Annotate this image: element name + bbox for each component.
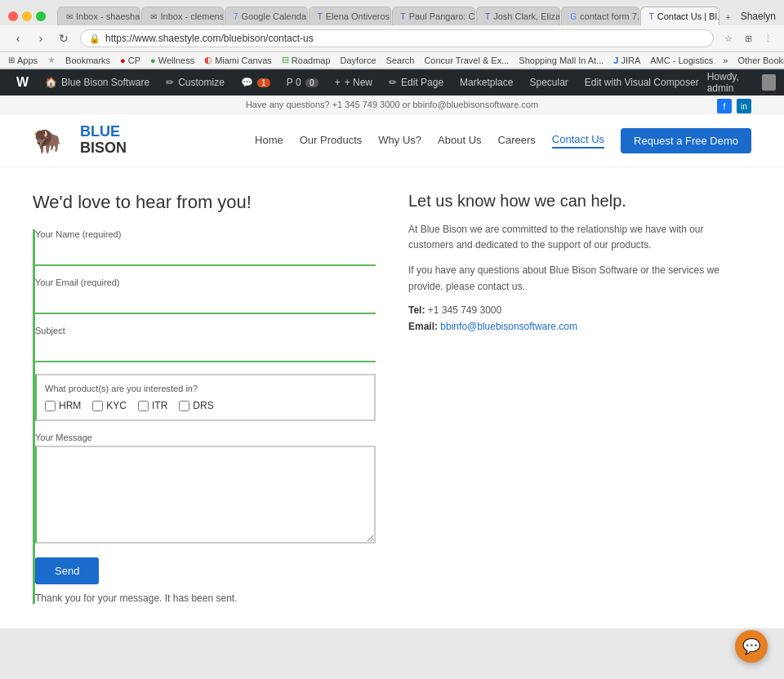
bookmark-star-icon[interactable]: ☆ bbox=[720, 30, 737, 47]
nav-products[interactable]: Our Products bbox=[300, 134, 363, 148]
wp-site-name[interactable]: 🏠 Blue Bison Software bbox=[37, 69, 158, 95]
refresh-button[interactable]: ↻ bbox=[54, 29, 74, 48]
wp-admin-left: W 🏠 Blue Bison Software ✏ Customize 💬 1 … bbox=[8, 69, 707, 95]
nav-about[interactable]: About Us bbox=[438, 134, 481, 148]
browser-tab-6[interactable]: TJosh Clark, Eliza...✕ bbox=[476, 7, 560, 25]
new-icon: + bbox=[335, 77, 341, 88]
tab-favicon-8: T bbox=[649, 11, 654, 22]
logo-svg: 🦬 bbox=[33, 124, 74, 157]
nav-contact[interactable]: Contact Us bbox=[552, 133, 604, 149]
browser-tab-2[interactable]: ✉Inbox - clemens...✕ bbox=[141, 7, 223, 25]
send-button[interactable]: Send bbox=[35, 557, 99, 584]
back-button[interactable]: ‹ bbox=[8, 29, 28, 48]
itr-checkbox[interactable] bbox=[138, 401, 149, 411]
wp-admin-right: Howdy, admin bbox=[707, 71, 776, 94]
form-wrapper: Your Name (required) Your Email (require… bbox=[33, 229, 376, 604]
subject-input[interactable] bbox=[35, 339, 376, 362]
bookmark-jira[interactable]: J JIRA bbox=[613, 55, 640, 65]
name-label: Your Name (required) bbox=[35, 229, 376, 239]
wordpress-logo-icon: W bbox=[16, 75, 29, 90]
bookmark-more[interactable]: » bbox=[723, 55, 728, 65]
bookmark-roadmap[interactable]: ⊟ Roadmap bbox=[282, 55, 331, 65]
chat-widget-button[interactable]: 💬 bbox=[735, 630, 768, 663]
minimize-window-button[interactable] bbox=[22, 11, 32, 21]
bookmark-miami-canvas[interactable]: ◐ Miami Canvas bbox=[204, 55, 272, 65]
drs-checkbox[interactable] bbox=[179, 401, 189, 411]
product-hrm[interactable]: HRM bbox=[45, 400, 81, 411]
forward-button[interactable]: › bbox=[31, 29, 51, 48]
wp-comments[interactable]: 💬 1 bbox=[233, 69, 278, 95]
browser-chrome: ✉Inbox - shaeshai...✕ ✉Inbox - clemens..… bbox=[0, 0, 784, 69]
bookmark-concur[interactable]: Concur Travel & Ex... bbox=[424, 55, 509, 65]
product-drs[interactable]: DRS bbox=[179, 400, 213, 411]
linkedin-icon[interactable]: in bbox=[737, 99, 751, 113]
facebook-icon[interactable]: f bbox=[717, 99, 732, 113]
logo-icon: 🦬 bbox=[33, 124, 74, 157]
bookmark-search[interactable]: Search bbox=[386, 55, 415, 65]
wp-logo-button[interactable]: W bbox=[8, 69, 37, 95]
maximize-window-button[interactable] bbox=[36, 11, 46, 21]
new-tab-button[interactable]: + bbox=[720, 9, 735, 25]
url-bar[interactable]: 🔒 https://www.shaestyle.com/bluebison/co… bbox=[80, 29, 714, 47]
subject-field-group: Subject bbox=[35, 326, 376, 362]
bookmark-other[interactable]: Other Bookmarks bbox=[737, 55, 784, 65]
wp-customize[interactable]: ✏ Customize bbox=[158, 69, 233, 95]
email-input[interactable] bbox=[35, 291, 376, 314]
browser-tabs: ✉Inbox - shaeshai...✕ ✉Inbox - clemens..… bbox=[57, 7, 736, 25]
hrm-checkbox[interactable] bbox=[45, 401, 56, 411]
wp-marketplace[interactable]: Marketplace bbox=[452, 69, 521, 95]
product-itr[interactable]: ITR bbox=[138, 400, 167, 411]
close-window-button[interactable] bbox=[8, 11, 18, 21]
browser-tab-4[interactable]: TElena Ontiveros...✕ bbox=[309, 7, 391, 25]
bookmark-wellness[interactable]: ● Wellness bbox=[150, 55, 194, 65]
message-label: Your Message bbox=[35, 433, 376, 442]
comments-count-badge: 1 bbox=[257, 78, 270, 87]
kyc-checkbox[interactable] bbox=[92, 401, 103, 411]
bookmark-cp[interactable]: ● CP bbox=[120, 55, 140, 65]
browser-tab-7[interactable]: Gcontact form 7...✕ bbox=[561, 7, 639, 25]
logo-line1: BLUE bbox=[80, 124, 127, 140]
wp-visual-composer[interactable]: Edit with Visual Composer bbox=[577, 69, 707, 95]
admin-avatar[interactable] bbox=[762, 74, 776, 91]
info-paragraph-1: At Blue Bison we are committed to the re… bbox=[408, 222, 751, 253]
extensions-icon[interactable]: ⊞ bbox=[740, 30, 756, 47]
browser-actions: ☆ ⊞ ⋮ bbox=[720, 30, 776, 47]
tel-value: +1 345 749 3000 bbox=[428, 304, 501, 316]
wp-specular[interactable]: Specular bbox=[521, 69, 576, 95]
message-textarea[interactable] bbox=[35, 446, 376, 544]
nav-careers[interactable]: Careers bbox=[498, 134, 536, 148]
name-input[interactable] bbox=[35, 242, 376, 266]
product-checkboxes: HRM KYC ITR DRS bbox=[45, 400, 366, 411]
traffic-lights bbox=[8, 11, 46, 21]
browser-user-name: Shaelyn bbox=[741, 11, 776, 22]
wp-posts[interactable]: P 0 0 bbox=[278, 69, 327, 95]
browser-tab-5[interactable]: TPaul Pangaro: C...✕ bbox=[392, 7, 475, 25]
email-field-group: Your Email (required) bbox=[35, 277, 376, 314]
nav-home[interactable]: Home bbox=[255, 134, 283, 148]
wp-new[interactable]: + + New bbox=[327, 69, 381, 95]
wp-edit-page[interactable]: ✏ Edit Page bbox=[381, 69, 452, 95]
products-section: What product(s) are you interested in? H… bbox=[35, 374, 376, 421]
bookmark-shopping[interactable]: Shopping Mall In At... bbox=[519, 55, 604, 65]
customize-icon: ✏ bbox=[166, 77, 174, 88]
bookmark-apps[interactable]: ⊞Apps bbox=[8, 55, 38, 65]
browser-tab-1[interactable]: ✉Inbox - shaeshai...✕ bbox=[57, 7, 140, 25]
howdy-label: Howdy, admin bbox=[707, 71, 759, 94]
browser-menu-icon[interactable]: ⋮ bbox=[760, 30, 776, 47]
top-contact-text: Have any questions? +1 345 749 3000 or b… bbox=[246, 100, 538, 109]
bookmark-bookmarks[interactable]: Bookmarks bbox=[65, 55, 110, 65]
product-kyc[interactable]: KYC bbox=[92, 400, 127, 411]
email-link[interactable]: bbinfo@bluebisonsoftware.com bbox=[440, 321, 577, 332]
nav-why-us[interactable]: Why Us? bbox=[378, 134, 421, 148]
bookmark-amc[interactable]: AMC - Logistics bbox=[650, 55, 713, 65]
browser-tab-8[interactable]: TContact Us | Bl...✕ bbox=[640, 7, 720, 25]
tel-detail: Tel: +1 345 749 3000 bbox=[408, 304, 751, 316]
request-demo-button[interactable]: Request a Free Demo bbox=[621, 128, 751, 153]
browser-tab-3[interactable]: 7Google Calenda...✕ bbox=[225, 7, 308, 25]
secure-icon: 🔒 bbox=[89, 33, 100, 44]
logo-text: BLUE BISON bbox=[80, 124, 127, 157]
bookmark-dayforce[interactable]: Dayforce bbox=[341, 55, 376, 65]
main-nav-links: Home Our Products Why Us? About Us Caree… bbox=[255, 128, 751, 153]
posts-count-badge: 0 bbox=[305, 78, 318, 87]
home-icon: 🏠 bbox=[45, 77, 57, 88]
